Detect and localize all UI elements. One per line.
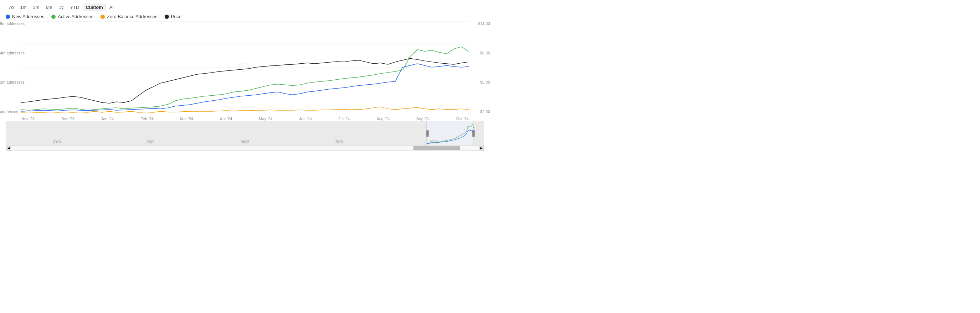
time-btn-3m[interactable]: 3m (30, 3, 42, 11)
legend-item-active-addresses: Active Addresses (51, 14, 93, 19)
navigator-x-label: 2022 (241, 140, 249, 144)
navigator[interactable]: 20202021202220232024 (6, 121, 484, 146)
y-axis-right-label: $2.00 (478, 109, 490, 114)
x-axis-label: Aug '24 (376, 117, 390, 121)
y-axis-left-label: addresses (0, 109, 25, 114)
y-axis-left-label: 2m addresses (0, 80, 25, 84)
y-axis-left-label: 4m addresses (0, 51, 25, 55)
legend-label-new-addresses: New Addresses (12, 14, 44, 19)
x-axis-label: Sep '24 (416, 117, 430, 121)
time-btn-6m[interactable]: 6m (43, 3, 55, 11)
x-axis-label: Nov '23 (21, 117, 35, 121)
y-axis-right-label: $5.00 (478, 80, 490, 84)
time-btn-ytd[interactable]: YTD (67, 3, 82, 11)
scroll-left-arrow[interactable]: ◀ (6, 146, 11, 151)
legend-item-price: Price (165, 14, 182, 19)
y-axis-right-label: $8.00 (478, 51, 490, 55)
x-axis-label: Dec '23 (61, 117, 75, 121)
chart-svg-area (21, 21, 469, 113)
time-btn-all[interactable]: All (107, 3, 117, 11)
navigator-x-label: 2020 (53, 140, 60, 144)
scroll-right-arrow[interactable]: ▶ (479, 146, 484, 151)
navigator-x-axis: 20202021202220232024 (6, 140, 484, 144)
legend: New AddressesActive AddressesZero Balanc… (0, 13, 490, 21)
legend-dot-new-addresses (6, 14, 10, 19)
chart-container: 7d1m3m6m1yYTDCustomAll New AddressesActi… (0, 0, 490, 156)
y-axis-left: 6m addresses4m addresses2m addressesaddr… (0, 21, 25, 121)
x-axis: Nov '23Dec '23Jan '24Feb '24Mar '24Apr '… (21, 117, 469, 121)
y-axis-right: $11.00$8.00$5.00$2.00 (478, 21, 490, 121)
x-axis-label: Jul '24 (339, 117, 350, 121)
x-axis-label: Jun '24 (299, 117, 312, 121)
chart-area: 6m addresses4m addresses2m addressesaddr… (0, 21, 490, 121)
legend-dot-price (165, 14, 169, 19)
legend-label-price: Price (171, 14, 182, 19)
x-axis-label: Mar '24 (180, 117, 193, 121)
y-axis-right-label: $11.00 (478, 21, 490, 25)
legend-item-zero-balance: Zero Balance Addresses (100, 14, 158, 19)
y-axis-left-label: 6m addresses (0, 21, 25, 25)
navigator-x-label: 2024 (430, 140, 437, 144)
x-axis-label: Apr '24 (220, 117, 232, 121)
navigator-x-label: 2021 (147, 140, 155, 144)
x-axis-label: May '24 (259, 117, 272, 121)
x-axis-label: Jan '24 (101, 117, 114, 121)
legend-label-active-addresses: Active Addresses (58, 14, 93, 19)
legend-item-new-addresses: New Addresses (6, 14, 44, 19)
navigator-x-label: 2023 (335, 140, 343, 144)
legend-dot-active-addresses (51, 14, 56, 19)
time-range-bar: 7d1m3m6m1yYTDCustomAll (0, 0, 490, 13)
x-axis-label: Feb '24 (140, 117, 153, 121)
scrollbar[interactable]: ◀ ▶ (6, 146, 484, 151)
time-btn-1y[interactable]: 1y (56, 3, 67, 11)
scroll-thumb[interactable] (414, 146, 460, 150)
legend-label-zero-balance: Zero Balance Addresses (107, 14, 158, 19)
time-btn-1m[interactable]: 1m (17, 3, 29, 11)
time-btn-custom[interactable]: Custom (83, 3, 105, 11)
scroll-track[interactable] (11, 146, 479, 150)
legend-dot-zero-balance (100, 14, 105, 19)
x-axis-label: Oct '24 (456, 117, 469, 121)
time-btn-7d[interactable]: 7d (6, 3, 16, 11)
